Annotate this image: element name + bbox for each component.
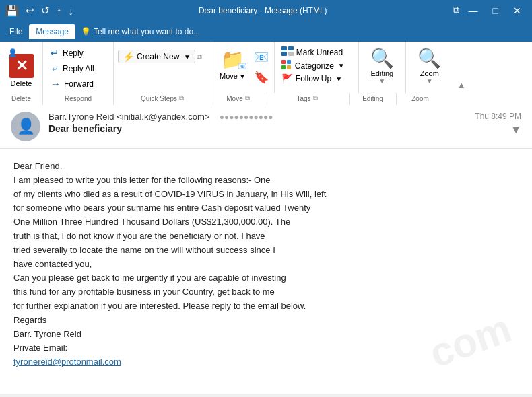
quicksteps-group-label: Quick Steps ⧉ (114, 93, 211, 105)
forward-button[interactable]: → Forward (47, 77, 98, 91)
zoom-arrow[interactable]: ▼ (426, 77, 433, 85)
ribbon: 👤 ✕ Delete ↵ Reply ⤶ Reply All → Forwar (0, 42, 532, 105)
down-icon[interactable]: ↓ (69, 5, 74, 17)
categorize-button[interactable]: Categorize ▼ (279, 59, 347, 72)
move-folder-icon: 📁 📧 (221, 48, 244, 71)
maximize-button[interactable]: □ (488, 4, 504, 17)
categorize-arrow[interactable]: ▼ (338, 62, 345, 69)
redo-icon[interactable]: ↺ (41, 5, 50, 17)
ribbon-label-row: Delete Respond Quick Steps ⧉ Move ⧉ Tags… (0, 93, 532, 105)
followup-button[interactable]: 🚩 Follow Up ▼ (279, 73, 347, 85)
avatar-icon: 👤 (17, 118, 35, 135)
move-button[interactable]: 📁 📧 Move ▼ (215, 46, 250, 83)
move-icon1[interactable]: 📧 (253, 48, 270, 66)
window-controls: ⧉ — □ ✕ (453, 4, 527, 17)
tags-buttons: Mark Unread Categorize ▼ � (279, 44, 347, 93)
mark-unread-icon (281, 46, 294, 58)
create-new-icon: ⚡ (123, 51, 134, 62)
svg-rect-0 (281, 46, 287, 50)
reply-all-button[interactable]: ⤶ Reply All (47, 61, 98, 76)
reply-label: Reply (63, 48, 84, 58)
ribbon-group-quicksteps: ⚡ Create New ▼ ⧉ (114, 42, 211, 93)
tags-dialog-icon[interactable]: ⧉ (313, 94, 318, 102)
move-arrow[interactable]: ▼ (239, 73, 246, 80)
email-link[interactable]: tyronereid@protonmail.com (13, 357, 121, 367)
svg-rect-2 (281, 52, 287, 56)
move-label-row: Move ▼ (220, 72, 246, 80)
svg-rect-1 (288, 46, 294, 50)
close-button[interactable]: ✕ (508, 4, 527, 17)
body-line-9: Can you please get back to me urgently i… (13, 271, 519, 285)
quicksteps-dialog-icon[interactable]: ⧉ (179, 94, 184, 102)
body-line-2: I am pleased to write you this letter fo… (13, 174, 519, 188)
move-label: Move (220, 72, 238, 80)
categorize-icon (281, 60, 292, 71)
body-line-6: truth is that, I do not know if you are … (13, 229, 519, 244)
expand-button[interactable]: ▼ (510, 124, 521, 136)
editing-arrow[interactable]: ▼ (378, 77, 385, 85)
ribbon-group-editing: 🔍 Editing ▼ (359, 42, 406, 93)
body-line-7: tried severally to locate the name on th… (13, 244, 519, 258)
ribbon-group-zoom: 🔍 Zoom ▼ (406, 42, 453, 93)
svg-rect-7 (287, 65, 291, 69)
body-line-10: this fund for any profitable business in… (13, 285, 519, 299)
zoom-icon: 🔍 (418, 47, 441, 69)
ribbon-group-delete: 👤 ✕ Delete (0, 42, 43, 93)
ribbon-collapse-button[interactable]: ▲ (453, 42, 470, 93)
body-line-14: Private Email: (13, 341, 519, 355)
up-icon[interactable]: ↑ (57, 5, 62, 17)
zoom-label: Zoom (420, 69, 439, 77)
create-new-arrow[interactable]: ▼ (184, 53, 191, 61)
delete-label: Delete (9, 79, 34, 87)
email-header: 👤 Barr.Tyrone Reid <initial.k@yandex.com… (0, 105, 532, 149)
body-line-15: tyronereid@protonmail.com (13, 355, 519, 369)
title-bar: 💾 ↩ ↺ ↑ ↓ Dear beneficiary - Message (HT… (0, 0, 532, 22)
body-line-4: for someone who bears your surname his e… (13, 201, 519, 215)
tell-me-bar[interactable]: 💡 Tell me what you want to do... (75, 24, 205, 39)
categorize-label: Categorize (295, 61, 334, 71)
editing-button[interactable]: 🔍 Editing ▼ (365, 44, 399, 87)
move-dialog-icon[interactable]: ⧉ (245, 94, 250, 102)
body-line-1: Dear Friend, (13, 159, 519, 174)
mark-unread-button[interactable]: Mark Unread (279, 46, 347, 59)
tell-me-icon: 💡 (81, 27, 91, 36)
zoom-button[interactable]: 🔍 Zoom ▼ (412, 44, 446, 87)
editing-search-icon: 🔍 (370, 47, 394, 69)
delete-button[interactable]: 👤 ✕ Delete (7, 47, 36, 90)
minimize-button[interactable]: — (463, 4, 484, 17)
body-line-13: Barr. Tyrone Reid (13, 328, 519, 342)
body-line-11: for further explanation if you are inter… (13, 299, 519, 314)
reply-all-label: Reply All (63, 64, 94, 73)
svg-rect-3 (288, 52, 294, 56)
email-subject: Dear beneficiary (48, 123, 467, 134)
restore-icon[interactable]: ⧉ (453, 4, 459, 17)
zoom-group-label: Zoom (397, 93, 444, 105)
collapse-icon: ▲ (457, 80, 466, 90)
editing-group-label: Editing (350, 93, 397, 105)
undo-icon[interactable]: ↩ (26, 5, 34, 17)
forward-icon: → (51, 78, 61, 89)
svg-rect-5 (287, 60, 291, 64)
followup-label: Follow Up (296, 74, 331, 83)
email-header-right: Thu 8:49 PM ▼ (475, 112, 521, 136)
ribbon-group-respond: ↵ Reply ⤶ Reply All → Forward (43, 42, 114, 93)
svg-rect-4 (281, 60, 286, 64)
to-hidden: ●●●●●●●●●●● (220, 112, 273, 122)
email-from: Barr.Tyrone Reid <initial.k@yandex.com> … (48, 112, 467, 122)
delete-x-icon: ✕ (9, 54, 34, 78)
followup-arrow[interactable]: ▼ (335, 75, 342, 83)
body-line-8: have contacted you, (13, 258, 519, 272)
create-new-label: Create New (137, 52, 179, 61)
delete-group-label: Delete (0, 93, 43, 105)
move-icon2[interactable]: 🔖 (253, 69, 270, 86)
menu-file[interactable]: File (3, 24, 29, 39)
tell-me-text: Tell me what you want to do... (94, 27, 200, 36)
save-icon[interactable]: 💾 (5, 5, 19, 17)
svg-rect-6 (281, 65, 286, 69)
followup-icon: 🚩 (281, 73, 293, 84)
create-new-button[interactable]: ⚡ Create New ▼ (118, 50, 195, 63)
menu-message[interactable]: Message (29, 24, 75, 39)
reply-button[interactable]: ↵ Reply (47, 46, 98, 61)
quicksteps-expand-icon[interactable]: ⧉ (197, 52, 202, 61)
email-meta: Barr.Tyrone Reid <initial.k@yandex.com> … (48, 112, 467, 134)
